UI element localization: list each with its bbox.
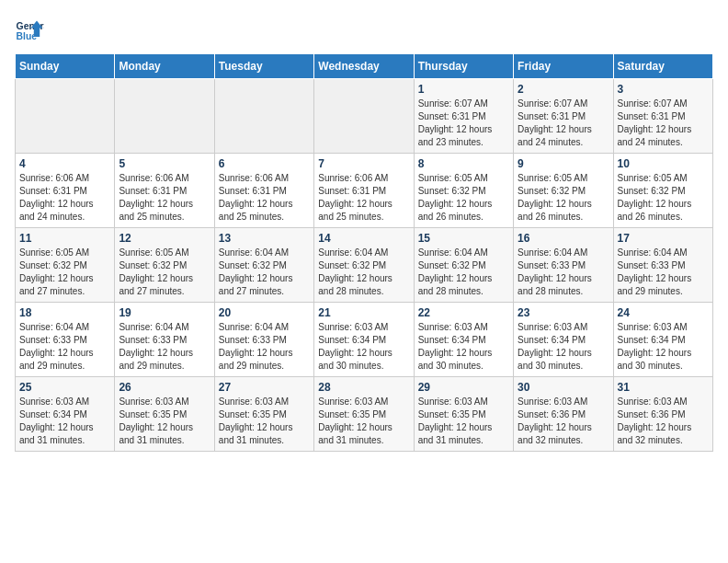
calendar-cell: 15Sunrise: 6:04 AM Sunset: 6:32 PM Dayli…: [414, 228, 513, 303]
calendar-cell: 24Sunrise: 6:03 AM Sunset: 6:34 PM Dayli…: [613, 303, 712, 377]
day-info: Sunrise: 6:03 AM Sunset: 6:35 PM Dayligh…: [219, 396, 310, 447]
day-info: Sunrise: 6:06 AM Sunset: 6:31 PM Dayligh…: [19, 172, 110, 224]
day-info: Sunrise: 6:07 AM Sunset: 6:31 PM Dayligh…: [418, 98, 509, 149]
day-number: 31: [618, 381, 709, 394]
calendar-cell: 22Sunrise: 6:03 AM Sunset: 6:34 PM Dayli…: [414, 303, 513, 377]
calendar-cell: 18Sunrise: 6:04 AM Sunset: 6:33 PM Dayli…: [16, 303, 115, 377]
day-info: Sunrise: 6:04 AM Sunset: 6:33 PM Dayligh…: [219, 321, 310, 373]
calendar-cell: 6Sunrise: 6:06 AM Sunset: 6:31 PM Daylig…: [214, 154, 313, 228]
calendar-cell: 7Sunrise: 6:06 AM Sunset: 6:31 PM Daylig…: [314, 154, 414, 228]
day-info: Sunrise: 6:04 AM Sunset: 6:33 PM Dayligh…: [19, 321, 110, 373]
day-number: 2: [518, 83, 609, 96]
day-number: 18: [19, 306, 110, 319]
calendar-cell: 23Sunrise: 6:03 AM Sunset: 6:34 PM Dayli…: [514, 303, 613, 377]
calendar-cell: 26Sunrise: 6:03 AM Sunset: 6:35 PM Dayli…: [115, 377, 214, 452]
calendar-cell: 16Sunrise: 6:04 AM Sunset: 6:33 PM Dayli…: [514, 228, 613, 303]
day-number: 8: [418, 157, 509, 170]
day-info: Sunrise: 6:06 AM Sunset: 6:31 PM Dayligh…: [219, 172, 310, 224]
day-number: 4: [19, 157, 110, 170]
day-number: 26: [119, 381, 210, 394]
day-number: 30: [518, 381, 609, 394]
day-number: 9: [518, 157, 609, 170]
day-info: Sunrise: 6:05 AM Sunset: 6:32 PM Dayligh…: [119, 247, 210, 298]
day-number: 16: [518, 232, 609, 245]
calendar-cell: 27Sunrise: 6:03 AM Sunset: 6:35 PM Dayli…: [214, 377, 313, 452]
calendar-cell: 29Sunrise: 6:03 AM Sunset: 6:35 PM Dayli…: [414, 377, 513, 452]
day-number: 12: [119, 232, 210, 245]
calendar-cell: 4Sunrise: 6:06 AM Sunset: 6:31 PM Daylig…: [16, 154, 115, 228]
day-info: Sunrise: 6:03 AM Sunset: 6:34 PM Dayligh…: [19, 396, 110, 447]
day-number: 14: [318, 232, 409, 245]
calendar-cell: [314, 79, 414, 154]
calendar-cell: 3Sunrise: 6:07 AM Sunset: 6:31 PM Daylig…: [613, 79, 712, 154]
day-number: 24: [618, 306, 709, 319]
day-info: Sunrise: 6:04 AM Sunset: 6:33 PM Dayligh…: [618, 247, 709, 298]
day-info: Sunrise: 6:05 AM Sunset: 6:32 PM Dayligh…: [618, 172, 709, 224]
calendar-cell: [16, 79, 115, 154]
calendar-cell: 5Sunrise: 6:06 AM Sunset: 6:31 PM Daylig…: [115, 154, 214, 228]
logo: General Blue: [15, 15, 44, 44]
day-info: Sunrise: 6:03 AM Sunset: 6:35 PM Dayligh…: [418, 396, 509, 447]
day-info: Sunrise: 6:05 AM Sunset: 6:32 PM Dayligh…: [518, 172, 609, 224]
day-number: 27: [219, 381, 310, 394]
day-number: 23: [518, 306, 609, 319]
calendar-week-2: 4Sunrise: 6:06 AM Sunset: 6:31 PM Daylig…: [16, 154, 713, 228]
column-header-sunday: Sunday: [16, 54, 115, 79]
day-info: Sunrise: 6:07 AM Sunset: 6:31 PM Dayligh…: [518, 98, 609, 149]
column-header-wednesday: Wednesday: [314, 54, 414, 79]
day-number: 29: [418, 381, 509, 394]
column-header-saturday: Saturday: [613, 54, 712, 79]
column-header-monday: Monday: [115, 54, 214, 79]
calendar-cell: 11Sunrise: 6:05 AM Sunset: 6:32 PM Dayli…: [16, 228, 115, 303]
calendar-cell: 30Sunrise: 6:03 AM Sunset: 6:36 PM Dayli…: [514, 377, 613, 452]
day-info: Sunrise: 6:03 AM Sunset: 6:34 PM Dayligh…: [618, 321, 709, 373]
calendar-cell: 10Sunrise: 6:05 AM Sunset: 6:32 PM Dayli…: [613, 154, 712, 228]
column-header-friday: Friday: [514, 54, 613, 79]
column-header-tuesday: Tuesday: [214, 54, 313, 79]
logo-icon: General Blue: [15, 15, 44, 44]
calendar-cell: 31Sunrise: 6:03 AM Sunset: 6:36 PM Dayli…: [613, 377, 712, 452]
day-info: Sunrise: 6:03 AM Sunset: 6:36 PM Dayligh…: [618, 396, 709, 447]
day-number: 1: [418, 83, 509, 96]
day-info: Sunrise: 6:04 AM Sunset: 6:32 PM Dayligh…: [219, 247, 310, 298]
day-info: Sunrise: 6:05 AM Sunset: 6:32 PM Dayligh…: [19, 247, 110, 298]
calendar-cell: 13Sunrise: 6:04 AM Sunset: 6:32 PM Dayli…: [214, 228, 313, 303]
header: General Blue: [15, 15, 713, 44]
day-number: 5: [119, 157, 210, 170]
calendar-header-row: SundayMondayTuesdayWednesdayThursdayFrid…: [16, 54, 713, 79]
calendar-table: SundayMondayTuesdayWednesdayThursdayFrid…: [15, 53, 713, 452]
day-number: 19: [119, 306, 210, 319]
day-info: Sunrise: 6:04 AM Sunset: 6:32 PM Dayligh…: [418, 247, 509, 298]
day-info: Sunrise: 6:03 AM Sunset: 6:34 PM Dayligh…: [318, 321, 409, 373]
day-number: 13: [219, 232, 310, 245]
day-number: 10: [618, 157, 709, 170]
calendar-cell: [214, 79, 313, 154]
day-info: Sunrise: 6:03 AM Sunset: 6:35 PM Dayligh…: [119, 396, 210, 447]
day-info: Sunrise: 6:03 AM Sunset: 6:35 PM Dayligh…: [318, 396, 409, 447]
day-info: Sunrise: 6:04 AM Sunset: 6:32 PM Dayligh…: [318, 247, 409, 298]
day-number: 28: [318, 381, 409, 394]
day-info: Sunrise: 6:04 AM Sunset: 6:33 PM Dayligh…: [518, 247, 609, 298]
calendar-week-3: 11Sunrise: 6:05 AM Sunset: 6:32 PM Dayli…: [16, 228, 713, 303]
day-info: Sunrise: 6:03 AM Sunset: 6:34 PM Dayligh…: [518, 321, 609, 373]
column-header-thursday: Thursday: [414, 54, 513, 79]
day-number: 20: [219, 306, 310, 319]
calendar-week-4: 18Sunrise: 6:04 AM Sunset: 6:33 PM Dayli…: [16, 303, 713, 377]
day-info: Sunrise: 6:06 AM Sunset: 6:31 PM Dayligh…: [119, 172, 210, 224]
day-number: 3: [618, 83, 709, 96]
calendar-cell: 12Sunrise: 6:05 AM Sunset: 6:32 PM Dayli…: [115, 228, 214, 303]
day-number: 6: [219, 157, 310, 170]
day-number: 7: [318, 157, 409, 170]
calendar-week-5: 25Sunrise: 6:03 AM Sunset: 6:34 PM Dayli…: [16, 377, 713, 452]
calendar-cell: 28Sunrise: 6:03 AM Sunset: 6:35 PM Dayli…: [314, 377, 414, 452]
day-number: 15: [418, 232, 509, 245]
day-info: Sunrise: 6:03 AM Sunset: 6:34 PM Dayligh…: [418, 321, 509, 373]
day-info: Sunrise: 6:07 AM Sunset: 6:31 PM Dayligh…: [618, 98, 709, 149]
day-number: 21: [318, 306, 409, 319]
calendar-cell: 9Sunrise: 6:05 AM Sunset: 6:32 PM Daylig…: [514, 154, 613, 228]
day-number: 11: [19, 232, 110, 245]
day-info: Sunrise: 6:06 AM Sunset: 6:31 PM Dayligh…: [318, 172, 409, 224]
day-info: Sunrise: 6:04 AM Sunset: 6:33 PM Dayligh…: [119, 321, 210, 373]
calendar-week-1: 1Sunrise: 6:07 AM Sunset: 6:31 PM Daylig…: [16, 79, 713, 154]
calendar-cell: 19Sunrise: 6:04 AM Sunset: 6:33 PM Dayli…: [115, 303, 214, 377]
